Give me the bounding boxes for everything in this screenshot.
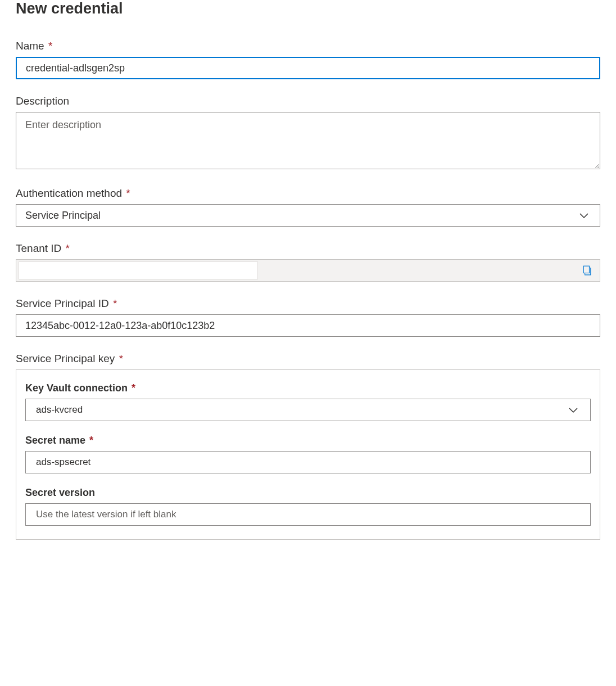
name-label-text: Name (16, 40, 44, 52)
required-marker: * (113, 297, 117, 309)
required-marker: * (126, 187, 130, 199)
secret-name-label: Secret name * (25, 435, 591, 446)
kv-connection-field-group: Key Vault connection * ads-kvcred (25, 382, 591, 421)
kv-connection-label: Key Vault connection * (25, 382, 591, 394)
svg-rect-0 (583, 266, 589, 273)
auth-method-label-text: Authentication method (16, 187, 122, 199)
required-marker: * (132, 382, 135, 394)
required-marker: * (48, 40, 52, 52)
tenant-id-value (19, 261, 258, 279)
tenant-id-display (16, 259, 600, 282)
sp-key-label-text: Service Principal key (16, 353, 115, 364)
description-label: Description (16, 95, 600, 107)
secret-version-input[interactable] (25, 503, 591, 526)
auth-method-label: Authentication method * (16, 187, 600, 200)
tenant-id-label: Tenant ID * (16, 242, 600, 255)
name-input[interactable] (16, 57, 600, 79)
chevron-down-icon (567, 403, 580, 417)
sp-id-field-group: Service Principal ID * (16, 297, 600, 337)
secret-version-label: Secret version (25, 487, 591, 499)
kv-connection-value: ads-kvcred (36, 404, 83, 416)
auth-method-select[interactable]: Service Principal (16, 204, 600, 227)
required-marker: * (89, 435, 93, 446)
kv-connection-label-text: Key Vault connection (25, 382, 128, 394)
tenant-id-field-group: Tenant ID * (16, 242, 600, 282)
sp-id-label-text: Service Principal ID (16, 297, 109, 309)
chevron-down-icon (577, 209, 591, 222)
sp-id-input[interactable] (16, 314, 600, 337)
secret-version-field-group: Secret version (25, 487, 591, 526)
sp-key-panel: Key Vault connection * ads-kvcred Secret… (16, 369, 600, 540)
tenant-id-label-text: Tenant ID (16, 242, 61, 254)
auth-method-value: Service Principal (25, 210, 101, 222)
description-field-group: Description (16, 95, 600, 172)
page-title: New credential (16, 0, 600, 17)
name-field-group: Name * (16, 40, 600, 79)
secret-name-label-text: Secret name (25, 435, 85, 446)
copy-icon[interactable] (582, 265, 592, 276)
required-marker: * (66, 242, 70, 254)
secret-name-field-group: Secret name * (25, 435, 591, 473)
auth-method-field-group: Authentication method * Service Principa… (16, 187, 600, 227)
name-label: Name * (16, 40, 600, 52)
required-marker: * (119, 353, 123, 364)
secret-name-input[interactable] (25, 451, 591, 473)
sp-key-label: Service Principal key * (16, 353, 600, 365)
kv-connection-select[interactable]: ads-kvcred (25, 399, 591, 421)
description-input[interactable] (16, 112, 600, 169)
sp-key-field-group: Service Principal key * Key Vault connec… (16, 353, 600, 540)
sp-id-label: Service Principal ID * (16, 297, 600, 310)
